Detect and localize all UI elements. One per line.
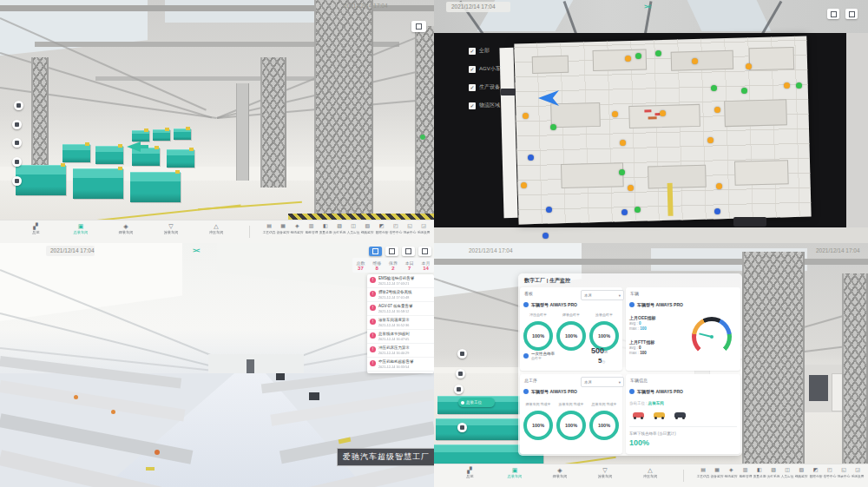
map-dot-orange[interactable]: [521, 182, 527, 188]
toolbar-item-报表中心[interactable]: ◱报表中心: [403, 223, 417, 234]
map-dot-green[interactable]: [635, 53, 641, 59]
toolbar-item-能耗管理[interactable]: ▥能耗管理: [739, 467, 753, 478]
map-dot-orange[interactable]: [620, 140, 626, 146]
toolbar-item-设备监控[interactable]: ▦设备监控: [710, 467, 724, 478]
viewport-factory-3d[interactable]: 2021/12/14 17:04 ▞总览▣总装车间◈焊装车间▽涂装车间△冲压车间…: [0, 0, 434, 243]
toolbar-item-设备监控[interactable]: ▦设备监控: [276, 223, 290, 234]
station-pin[interactable]: [12, 120, 22, 129]
alarm-list-item[interactable]: !焊装2号线设备离线2021-12-14 17:01:48: [367, 288, 434, 302]
legend-item-全部[interactable]: ✓全部: [469, 47, 490, 55]
viewport-factory-map[interactable]: 2021/12/14 17:04 >< ✓全部✓AGV小车✓生产设备✓物流区域: [434, 0, 868, 243]
map-dot-green[interactable]: [619, 169, 625, 175]
toolbar-item-物流监控[interactable]: ◈物流监控: [724, 467, 738, 478]
agv-machine[interactable]: [167, 149, 194, 168]
agv-machine[interactable]: [132, 130, 149, 141]
map-dot-blue[interactable]: [714, 208, 720, 214]
alarm-list-item[interactable]: !总装线体节拍超时2021-12-14 16:47:05: [367, 330, 434, 344]
alarm-filter-button[interactable]: [385, 247, 398, 256]
toolbar-item-总览[interactable]: ▞总览: [23, 223, 49, 234]
map-dot-orange[interactable]: [628, 185, 634, 191]
map-dot-blue[interactable]: [621, 209, 628, 215]
toolbar-item-物流监控[interactable]: ◈物流监控: [290, 223, 304, 234]
station-pin[interactable]: [12, 138, 22, 148]
toolbar-item-焊装车间[interactable]: ◈焊装车间: [113, 223, 139, 234]
checkbox-icon[interactable]: ✓: [469, 48, 476, 55]
map-dot-orange[interactable]: [707, 137, 713, 143]
station-pin[interactable]: [14, 101, 23, 110]
alarm-filter-button[interactable]: [418, 247, 431, 256]
map-dot-orange[interactable]: [523, 113, 529, 119]
toolbar-item-总览[interactable]: ▞总览: [457, 467, 483, 478]
station-pin[interactable]: [12, 157, 22, 167]
toolbar-item-工艺仿真[interactable]: ▤工艺仿真: [262, 223, 276, 234]
toolbar-item-质量追溯[interactable]: ◧质量追溯: [753, 467, 766, 478]
checkbox-icon[interactable]: ✓: [469, 84, 476, 91]
station-tag[interactable]: 总装工位: [458, 398, 495, 407]
map-export-button[interactable]: [845, 9, 858, 19]
alarm-list-item[interactable]: !空压机能耗超标告警2021-12-14 16:33:54: [367, 358, 434, 372]
agv-machine[interactable]: [130, 172, 181, 202]
alarm-filter-button[interactable]: [402, 247, 415, 256]
fullscreen-button[interactable]: [411, 21, 426, 32]
agv-machine[interactable]: [16, 165, 66, 195]
toolbar-item-总装车间[interactable]: ▣总装车间: [68, 223, 94, 234]
toolbar-item-工艺仿真[interactable]: ▤工艺仿真: [696, 467, 710, 478]
station-pin[interactable]: [12, 176, 22, 186]
map-dot-orange[interactable]: [746, 63, 752, 69]
toolbar-item-人员定位[interactable]: ◫人员定位: [780, 467, 794, 478]
toolbar-item-涂装车间[interactable]: ▽涂装车间: [158, 223, 184, 234]
viewport-production-monitor[interactable]: 总装工位 2021/12/14 17:04 2021/12/14 17:04 数…: [434, 243, 868, 487]
toolbar-item-涂装车间[interactable]: ▽涂装车间: [592, 467, 618, 478]
map-dot-orange[interactable]: [612, 111, 618, 117]
toolbar-item-能耗管理[interactable]: ▥能耗管理: [305, 223, 319, 234]
map-dot-green[interactable]: [635, 207, 641, 213]
map-dot-orange[interactable]: [625, 56, 631, 62]
toolbar-item-视频监控[interactable]: ▧视频监控: [360, 223, 374, 234]
agv-machine[interactable]: [153, 129, 170, 141]
agv-machine[interactable]: [174, 128, 191, 140]
period-dropdown[interactable]: 本月▾: [581, 290, 624, 300]
toolbar-item-冲压车间[interactable]: △冲压车间: [637, 467, 663, 478]
map-dot-green[interactable]: [741, 88, 747, 94]
toolbar-item-质量追溯[interactable]: ◧质量追溯: [319, 223, 332, 234]
toolbar-item-系统设置[interactable]: ◲系统设置: [417, 223, 431, 234]
station-pin[interactable]: [454, 385, 464, 394]
map-dot-green[interactable]: [796, 82, 802, 89]
toolbar-item-人员定位[interactable]: ◫人员定位: [346, 223, 360, 234]
toolbar-item-总装车间[interactable]: ▣总装车间: [502, 467, 528, 478]
agv-machine[interactable]: [62, 144, 90, 162]
map-dot-orange[interactable]: [716, 183, 722, 189]
station-pin[interactable]: [457, 423, 467, 432]
toolbar-item-焊装车间[interactable]: ◈焊装车间: [547, 467, 573, 478]
toolbar-item-安灯系统[interactable]: ▨安灯系统: [766, 467, 780, 478]
agv-machine[interactable]: [95, 146, 123, 164]
map-dot-blue[interactable]: [546, 207, 552, 213]
map-dot-green[interactable]: [655, 50, 661, 56]
map-dot-blue[interactable]: [528, 155, 534, 161]
toolbar-item-告警中心[interactable]: ◰告警中心: [823, 467, 837, 478]
toolbar-item-视频监控[interactable]: ▧视频监控: [794, 467, 808, 478]
map-dot-orange[interactable]: [714, 107, 720, 113]
toolbar-item-系统设置[interactable]: ◲系统设置: [851, 467, 865, 478]
toolbar-item-数据分析[interactable]: ◩数据分析: [375, 223, 389, 234]
map-dot-orange[interactable]: [692, 58, 698, 64]
alarm-stat-本月[interactable]: 本月14: [418, 260, 434, 271]
legend-item-AGV小车[interactable]: ✓AGV小车: [469, 65, 501, 73]
legend-item-生产设备[interactable]: ✓生产设备: [469, 83, 500, 91]
alarm-stat-保养[interactable]: 保养2: [385, 260, 402, 271]
agv-machine[interactable]: [73, 168, 123, 199]
map-dot-blue[interactable]: [542, 233, 549, 239]
map-dot-orange[interactable]: [784, 82, 790, 89]
toolbar-item-报表中心[interactable]: ◱报表中心: [837, 467, 851, 478]
station-pin[interactable]: [456, 369, 465, 378]
checkbox-icon[interactable]: ✓: [469, 66, 476, 73]
map-lock-button[interactable]: [827, 9, 839, 19]
viewport-assembly-line[interactable]: 2021/12/14 17:04 >< 总数37维修8保养2本日7本月14 !E…: [0, 243, 434, 487]
floorplan[interactable]: [514, 36, 811, 225]
alarm-filter-button-active[interactable]: [369, 247, 382, 256]
station-pin[interactable]: [457, 349, 467, 359]
toolbar-item-安灯系统[interactable]: ▨安灯系统: [332, 223, 346, 234]
toolbar-item-冲压车间[interactable]: △冲压车间: [203, 223, 229, 234]
toolbar-item-告警中心[interactable]: ◰告警中心: [389, 223, 403, 234]
alarm-stat-维修[interactable]: 维修8: [369, 260, 385, 271]
